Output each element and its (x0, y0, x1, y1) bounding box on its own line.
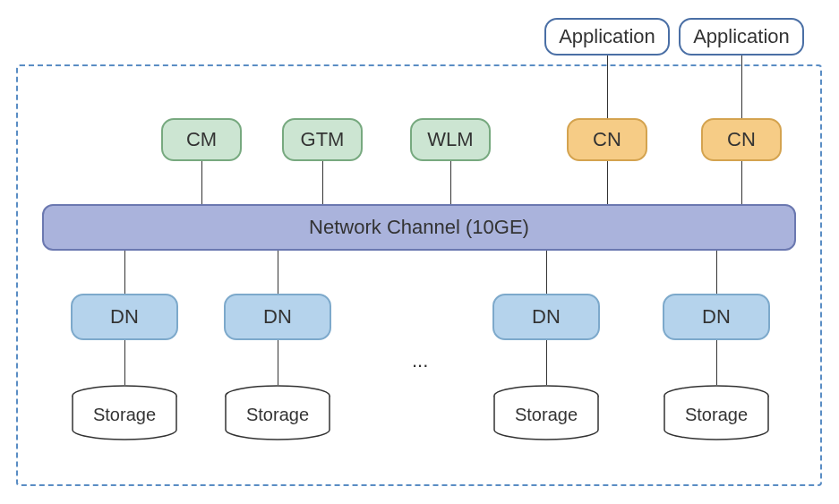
application-label: Application (693, 25, 790, 48)
dn-box-2: DN (224, 294, 331, 340)
dn-label: DN (532, 305, 561, 329)
dn-label: DN (110, 305, 139, 329)
connector-line (278, 340, 278, 385)
network-channel-label: Network Channel (10GE) (309, 216, 529, 239)
gtm-box: GTM (282, 118, 363, 161)
connector-line (716, 251, 717, 294)
connector-line (450, 161, 451, 204)
network-channel-bar: Network Channel (10GE) (42, 204, 796, 251)
cn-label: CN (593, 128, 621, 151)
gtm-label: GTM (301, 128, 345, 151)
connector-line (607, 161, 608, 204)
dn-box-1: DN (71, 294, 178, 340)
storage-cylinder-2: Storage (224, 385, 331, 439)
application-box-1: Application (544, 18, 670, 56)
ellipsis: ... (412, 349, 428, 372)
application-label: Application (559, 25, 655, 48)
connector-line (716, 340, 717, 385)
application-box-2: Application (679, 18, 804, 56)
storage-cylinder-3: Storage (492, 385, 600, 439)
dn-box-3: DN (492, 294, 600, 340)
connector-line (741, 161, 742, 204)
cm-box: CM (161, 118, 242, 161)
storage-label: Storage (492, 405, 600, 425)
connector-line (322, 161, 323, 204)
connector-line (124, 340, 125, 385)
connector-line (741, 56, 742, 118)
wlm-label: WLM (427, 128, 473, 151)
dn-label: DN (263, 305, 292, 329)
storage-cylinder-4: Storage (663, 385, 770, 439)
connector-line (546, 251, 547, 294)
cm-label: CM (186, 128, 217, 151)
connector-line (124, 251, 125, 294)
connector-line (201, 161, 202, 204)
cn-box-1: CN (567, 118, 647, 161)
storage-label: Storage (224, 405, 331, 425)
connector-line (546, 340, 547, 385)
storage-label: Storage (71, 405, 178, 425)
cn-box-2: CN (701, 118, 782, 161)
dn-label: DN (702, 305, 731, 329)
connector-line (278, 251, 278, 294)
dn-box-4: DN (663, 294, 770, 340)
wlm-box: WLM (410, 118, 491, 161)
architecture-diagram: Application Application CM GTM WLM CN CN… (0, 0, 839, 504)
cn-label: CN (727, 128, 756, 151)
storage-cylinder-1: Storage (71, 385, 178, 439)
connector-line (607, 56, 608, 118)
storage-label: Storage (663, 405, 770, 425)
